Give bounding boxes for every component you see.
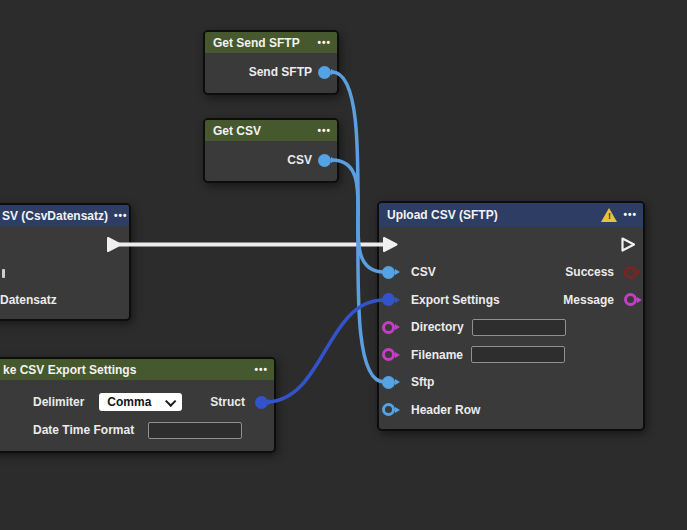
node-upload-csv-sftp[interactable]: Upload CSV (SFTP) ••• CSV Success <box>377 201 645 431</box>
output-row: CSV <box>205 146 337 174</box>
node-title: SV (CsvDatensatz) <box>2 209 108 223</box>
port-label: Success <box>565 265 614 279</box>
port-label: CSV <box>287 153 312 167</box>
node-make-csv-export-settings[interactable]: ke CSV Export Settings ••• Delimiter Com… <box>0 357 276 453</box>
node-header[interactable]: Get Send SFTP ••• <box>205 32 337 53</box>
flow-row <box>0 230 129 258</box>
menu-icon[interactable]: ••• <box>317 126 331 136</box>
wire-struct-to-exportsettings[interactable] <box>266 300 384 402</box>
node-title: Upload CSV (SFTP) <box>387 208 595 222</box>
menu-icon[interactable]: ••• <box>254 365 268 375</box>
menu-icon[interactable]: ••• <box>317 38 331 48</box>
flow-out-port[interactable] <box>106 236 123 253</box>
input-row: Datensatz <box>0 286 129 314</box>
node-editor-canvas[interactable]: Get Send SFTP ••• Send SFTP Get CSV ••• … <box>0 0 687 530</box>
node-title: ke CSV Export Settings <box>3 363 248 377</box>
node-title: Get Send SFTP <box>213 36 311 50</box>
date-time-format-field[interactable] <box>148 422 242 439</box>
node-get-csv[interactable]: Get CSV ••• CSV <box>203 118 339 183</box>
param-row: Date Time Format <box>0 416 274 444</box>
node-get-send-sftp[interactable]: Get Send SFTP ••• Send SFTP <box>203 30 339 95</box>
chevron-down-icon <box>165 396 176 407</box>
port-header-row-input[interactable] <box>382 403 395 416</box>
delimiter-value: Comma <box>107 395 151 409</box>
port-label: Send SFTP <box>249 65 312 79</box>
port-row: Directory <box>379 314 643 342</box>
param-label: Date Time Format <box>33 423 134 437</box>
port-message-output[interactable] <box>624 293 637 306</box>
port-row: Header Row <box>379 396 643 424</box>
port-label: Export Settings <box>411 293 500 307</box>
port-send-sftp-output[interactable] <box>318 66 331 79</box>
param-label: Delimiter <box>33 395 84 409</box>
filename-field[interactable] <box>471 346 565 363</box>
clipped-label-fragment <box>2 269 5 278</box>
node-header[interactable]: Get CSV ••• <box>205 120 337 141</box>
node-header[interactable]: ke CSV Export Settings ••• <box>0 359 274 380</box>
port-csv-input[interactable] <box>382 266 395 279</box>
port-sftp-input[interactable] <box>382 376 395 389</box>
port-struct-output[interactable] <box>255 396 268 409</box>
port-label: Filename <box>411 348 463 362</box>
input-row <box>0 258 129 286</box>
port-row: Export Settings Message <box>379 286 643 314</box>
param-row: Delimiter Comma Struct <box>0 388 274 416</box>
node-header[interactable]: SV (CsvDatensatz) ••• <box>0 205 129 226</box>
port-success-output[interactable] <box>624 266 637 279</box>
node-title: Get CSV <box>213 124 311 138</box>
port-filename-input[interactable] <box>382 348 395 361</box>
port-label: Directory <box>411 320 464 334</box>
port-label: Sftp <box>411 375 434 389</box>
flow-out-port[interactable] <box>620 236 637 253</box>
directory-field[interactable] <box>472 319 566 336</box>
port-label: Datensatz <box>0 293 57 307</box>
port-label: Struct <box>210 395 245 409</box>
warning-icon[interactable] <box>601 208 617 222</box>
output-row: Send SFTP <box>205 58 337 86</box>
port-row: Filename <box>379 341 643 369</box>
menu-icon[interactable]: ••• <box>623 210 637 220</box>
port-label: Message <box>563 293 614 307</box>
port-csv-output[interactable] <box>318 154 331 167</box>
port-directory-input[interactable] <box>382 321 395 334</box>
node-csv-datensatz[interactable]: SV (CsvDatensatz) ••• Datensatz <box>0 203 131 321</box>
delimiter-select[interactable]: Comma <box>99 393 182 411</box>
port-label: Header Row <box>411 403 480 417</box>
port-row: Sftp <box>379 369 643 397</box>
port-label: CSV <box>411 265 436 279</box>
port-export-settings-input[interactable] <box>382 293 395 306</box>
node-header[interactable]: Upload CSV (SFTP) ••• <box>379 203 643 227</box>
menu-icon[interactable]: ••• <box>114 211 128 221</box>
flow-row <box>379 231 643 259</box>
port-row: CSV Success <box>379 259 643 287</box>
flow-in-port[interactable] <box>382 236 399 253</box>
